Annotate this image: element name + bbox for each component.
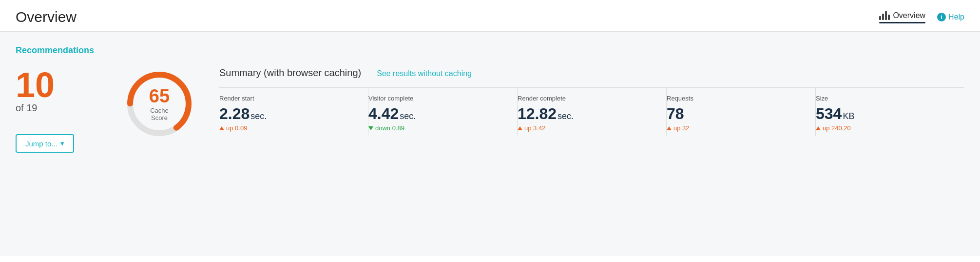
metric-number: 2.28 (219, 106, 250, 121)
metric-value: 78 (667, 106, 807, 121)
metric-unit: KB (843, 112, 854, 121)
metric-number: 78 (667, 106, 684, 121)
metric-change-value: up 32 (673, 124, 690, 132)
summary-panel: Summary (with browser caching) See resul… (219, 67, 964, 136)
metric-change-value: up 240.20 (823, 124, 851, 132)
metric-value: 2.28sec. (219, 106, 360, 121)
metric-change: down 0.89 (368, 124, 509, 132)
metric-value: 4.42sec. (368, 106, 509, 121)
metric-change-value: down 0.89 (375, 124, 404, 132)
metric-change: up 3.42 (518, 124, 658, 132)
summary-header: Summary (with browser caching) See resul… (219, 67, 964, 79)
metric-label: Render start (219, 95, 360, 102)
recommendations-count: 10 (16, 67, 55, 102)
jump-to-label: Jump to... (25, 140, 58, 148)
metric-label: Requests (667, 95, 807, 102)
info-icon: i (937, 13, 946, 21)
metric-item: Render start 2.28sec. up 0.09 (219, 88, 368, 136)
metric-value: 12.82sec. (518, 106, 658, 121)
bar-chart-icon (879, 11, 890, 20)
metric-change: up 32 (667, 124, 807, 132)
nav-help-label: Help (948, 13, 964, 21)
metric-label: Render complete (518, 95, 658, 102)
metric-item: Render complete 12.82sec. up 3.42 (518, 88, 667, 136)
metric-unit: sec. (557, 112, 574, 121)
recommendations-of: of 19 (16, 102, 37, 114)
cache-score-label: Cache Score (141, 107, 178, 121)
metric-item: Size 534KB up 240.20 (816, 88, 964, 136)
arrow-up-icon (667, 126, 672, 130)
metric-number: 12.82 (518, 106, 557, 121)
metric-item: Visitor complete 4.42sec. down 0.89 (368, 88, 518, 136)
section-title: Recommendations (16, 45, 964, 56)
nav-overview-underline (879, 22, 925, 23)
page-wrapper: Overview Overview i Help (0, 0, 980, 262)
metric-unit: sec. (250, 112, 267, 121)
chevron-down-icon: ▾ (60, 139, 64, 148)
arrow-up-icon (518, 126, 522, 130)
metric-label: Size (816, 95, 957, 102)
metric-unit: sec. (400, 112, 416, 121)
arrow-up-icon (219, 126, 224, 130)
nav-help[interactable]: i Help (937, 13, 964, 21)
donut-label: 65 Cache Score (141, 86, 178, 121)
arrow-up-icon (816, 126, 821, 130)
arrow-down-icon (368, 126, 373, 130)
metric-change-value: up 3.42 (524, 124, 545, 132)
metric-label: Visitor complete (368, 95, 509, 102)
caching-link[interactable]: See results without caching (377, 69, 472, 78)
summary-title: Summary (with browser caching) (219, 67, 361, 79)
cache-score-value: 65 (141, 86, 178, 107)
metric-change-value: up 0.09 (226, 124, 247, 132)
metric-item: Requests 78 up 32 (667, 88, 816, 136)
main-content: Recommendations 10 of 19 Jump to... ▾ (0, 32, 980, 256)
metric-number: 4.42 (368, 106, 399, 121)
header: Overview Overview i Help (0, 0, 980, 32)
nav-overview[interactable]: Overview (879, 11, 925, 23)
cache-score-donut: 65 Cache Score (123, 67, 196, 141)
metric-change: up 0.09 (219, 124, 360, 132)
left-panel: 10 of 19 Jump to... ▾ (16, 67, 123, 153)
nav-overview-inner: Overview (879, 11, 925, 20)
page-title: Overview (16, 9, 77, 25)
metric-value: 534KB (816, 106, 957, 121)
metric-number: 534 (816, 106, 842, 121)
content-row: 10 of 19 Jump to... ▾ 65 (16, 67, 964, 153)
nav-overview-label: Overview (893, 11, 925, 20)
header-nav: Overview i Help (879, 11, 964, 23)
metric-change: up 240.20 (816, 124, 957, 132)
jump-to-button[interactable]: Jump to... ▾ (16, 134, 74, 153)
metrics-row: Render start 2.28sec. up 0.09 Visitor co… (219, 87, 964, 136)
